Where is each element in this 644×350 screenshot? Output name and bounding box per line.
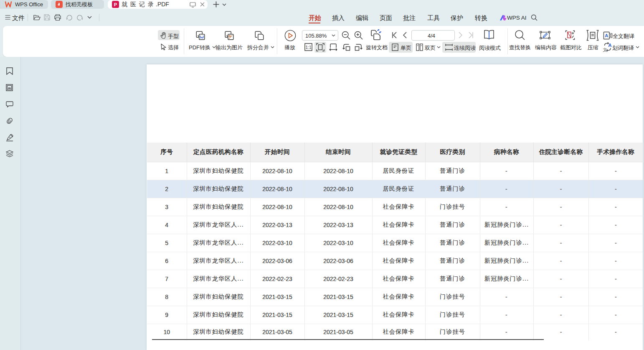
svg-text:A: A (608, 43, 611, 48)
svg-text:文: 文 (603, 47, 607, 52)
svg-text:P: P (114, 2, 117, 7)
svg-text:1:1: 1:1 (306, 45, 312, 50)
svg-text:A: A (605, 33, 608, 38)
